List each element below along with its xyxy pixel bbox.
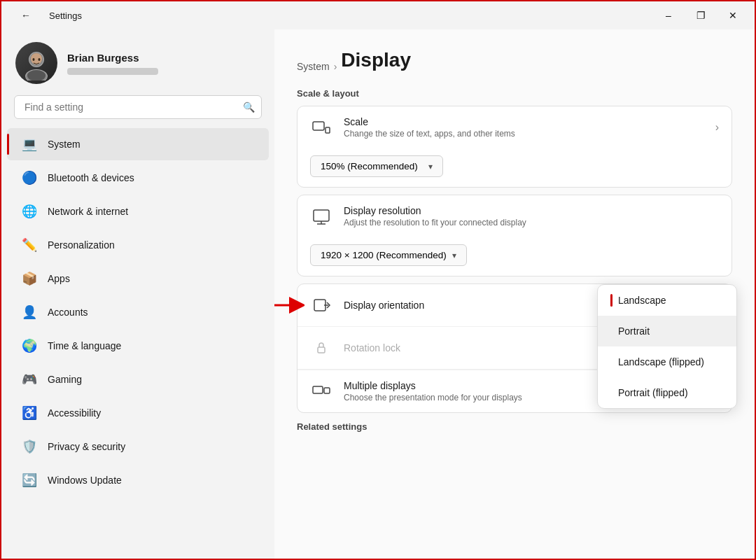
sidebar: Brian Burgess 🔍 💻 System 🔵 Bluetooth & d… [1,29,274,560]
page-title: Display [341,49,411,71]
svg-rect-15 [318,347,325,353]
red-arrow [274,284,304,323]
sidebar-label-update: Windows Update [48,475,122,486]
search-icon: 🔍 [243,102,255,113]
related-settings-label: Related settings [297,421,732,432]
titlebar-controls: – ❐ ✕ [652,4,749,27]
sidebar-label-network: Network & internet [48,206,128,217]
gaming-icon: 🎮 [21,371,38,388]
scale-row[interactable]: Scale Change the size of text, apps, and… [298,106,732,187]
rotation-lock-icon [310,337,332,359]
resolution-card: Display resolution Adjust the resolution… [297,195,732,276]
svg-rect-17 [324,388,330,393]
orientation-option-landscape[interactable]: Landscape [598,285,736,316]
resolution-info: Display resolution Adjust the resolution… [344,205,719,227]
close-button[interactable]: ✕ [717,4,749,27]
sidebar-item-system[interactable]: 💻 System [7,128,269,160]
svg-point-7 [33,58,35,61]
sidebar-item-bluetooth[interactable]: 🔵 Bluetooth & devices [7,162,269,194]
sidebar-item-update[interactable]: 🔄 Windows Update [7,464,269,496]
multiple-displays-icon [310,380,332,402]
orientation-landscape-flipped-label: Landscape (flipped) [618,356,704,368]
sidebar-item-time[interactable]: 🌍 Time & language [7,330,269,362]
user-info: Brian Burgess [67,52,158,75]
orientation-option-portrait-flipped[interactable]: Portrait (flipped) [598,377,736,408]
accessibility-icon: ♿ [21,405,38,421]
scale-chevron: › [715,121,719,134]
resolution-icon [310,205,332,227]
system-icon: 💻 [21,136,38,153]
orientation-landscape-label: Landscape [618,295,666,306]
sidebar-item-gaming[interactable]: 🎮 Gaming [7,363,269,396]
orientation-card: Display orientation Landscape Portrait L… [297,284,732,413]
resolution-row[interactable]: Display resolution Adjust the resolution… [298,195,732,276]
sidebar-item-privacy[interactable]: 🛡️ Privacy & security [7,430,269,463]
svg-rect-16 [313,386,323,393]
resolution-dropdown-chevron: ▾ [452,251,456,260]
breadcrumb-separator: › [334,61,337,72]
resolution-row-top: Display resolution Adjust the resolution… [310,205,719,227]
sidebar-label-gaming: Gaming [48,374,82,385]
landscape-indicator [610,294,612,307]
orientation-row[interactable]: Display orientation Landscape Portrait L… [298,284,732,326]
back-button[interactable]: ← [10,4,42,27]
personalization-icon: ✏️ [21,237,38,253]
sidebar-item-network[interactable]: 🌐 Network & internet [7,195,269,227]
scale-dropdown[interactable]: 150% (Recommended) ▾ [310,155,443,177]
resolution-dropdown-value: 1920 × 1200 (Recommended) [321,250,447,260]
titlebar-left: ← Settings [10,4,82,27]
time-icon: 🌍 [21,337,38,354]
sidebar-label-personalization: Personalization [48,239,115,251]
sidebar-item-apps[interactable]: 📦 Apps [7,262,269,295]
app-body: Brian Burgess 🔍 💻 System 🔵 Bluetooth & d… [1,29,755,560]
user-name: Brian Burgess [67,52,158,64]
orientation-popup: Landscape Portrait Landscape (flipped) P… [597,284,737,409]
maximize-button[interactable]: ❐ [685,4,717,27]
sidebar-label-time: Time & language [48,340,121,351]
avatar [15,42,57,84]
scale-icon [310,116,332,139]
search-input[interactable] [14,95,262,119]
orientation-option-portrait[interactable]: Portrait [598,316,736,346]
svg-rect-14 [314,300,326,311]
scale-title: Scale [344,116,704,127]
sidebar-label-bluetooth: Bluetooth & devices [48,172,134,183]
active-indicator [7,134,9,155]
user-email-bar [67,68,158,75]
nav-menu: 💻 System 🔵 Bluetooth & devices 🌐 Network… [1,127,274,497]
resolution-title: Display resolution [344,205,719,216]
svg-rect-11 [314,210,329,221]
portrait-spacer [610,325,612,337]
privacy-icon: 🛡️ [21,438,38,455]
bluetooth-icon: 🔵 [21,169,38,186]
main-content: System › Display Scale & layout Scale [274,29,755,560]
accounts-icon: 👤 [21,304,38,321]
apps-icon: 📦 [21,270,38,287]
avatar-svg [19,46,54,80]
network-icon: 🌐 [21,203,38,220]
titlebar-title: Settings [49,10,82,21]
portrait-flipped-spacer [610,386,612,399]
orientation-portrait-label: Portrait [618,326,650,337]
resolution-dropdown[interactable]: 1920 × 1200 (Recommended) ▾ [310,244,467,266]
search-box: 🔍 [14,95,262,119]
user-profile: Brian Burgess [1,29,274,95]
scale-info: Scale Change the size of text, apps, and… [344,116,704,139]
scale-card: Scale Change the size of text, apps, and… [297,106,732,188]
svg-rect-9 [313,122,324,130]
sidebar-label-accounts: Accounts [48,307,88,318]
orientation-option-landscape-flipped[interactable]: Landscape (flipped) [598,346,736,377]
svg-point-8 [38,58,41,61]
sidebar-label-privacy: Privacy & security [48,441,125,452]
scale-dropdown-value: 150% (Recommended) [321,161,418,172]
orientation-portrait-flipped-label: Portrait (flipped) [618,387,688,398]
sidebar-item-personalization[interactable]: ✏️ Personalization [7,229,269,261]
sidebar-item-accounts[interactable]: 👤 Accounts [7,296,269,328]
sidebar-item-accessibility[interactable]: ♿ Accessibility [7,397,269,429]
scale-row-top: Scale Change the size of text, apps, and… [310,116,719,139]
sidebar-label-system: System [48,139,80,150]
resolution-desc: Adjust the resolution to fit your connec… [344,218,719,227]
minimize-button[interactable]: – [652,4,685,27]
avatar-image [15,42,57,84]
sidebar-label-accessibility: Accessibility [48,407,101,419]
